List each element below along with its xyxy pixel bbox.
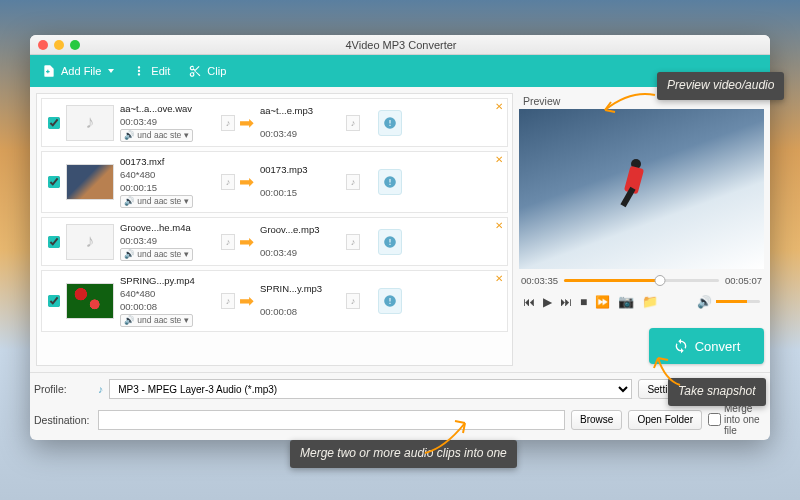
bottom-bar: Profile: ♪ MP3 - MPEG Layer-3 Audio (*.m… [30,372,770,440]
audio-track-select[interactable]: 🔊 und aac ste ▾ [120,129,193,142]
snapshot-button[interactable]: 📷 [618,294,634,309]
source-type-icon: ♪ [221,234,235,250]
audio-track-select[interactable]: 🔊 und aac ste ▾ [120,314,193,327]
minimize-window-button[interactable] [54,40,64,50]
row-checkbox[interactable] [48,295,60,307]
arrow-cell: ♪➡ [221,290,254,312]
audio-track-select[interactable]: 🔊 und aac ste ▾ [120,195,193,208]
source-dimensions: 640*480 [120,288,215,301]
output-meta: 00173.mp300:00:15 [260,164,340,200]
source-filename: 00173.mxf [120,156,215,169]
browse-button[interactable]: Browse [571,410,622,430]
arrow-icon: ➡ [239,112,254,134]
add-file-icon [42,64,56,78]
edit-button[interactable]: Edit [132,64,170,78]
edit-icon [132,64,146,78]
file-row[interactable]: ♪aa~t..a...ove.wav00:03:49🔊 und aac ste … [41,98,508,147]
arrow-icon: ➡ [239,231,254,253]
file-row[interactable]: 00173.mxf640*48000:00:15🔊 und aac ste ▾♪… [41,151,508,213]
arrow-icon: ➡ [239,171,254,193]
time-current: 00:03:35 [521,275,558,286]
row-checkbox[interactable] [48,236,60,248]
speaker-icon: 🔊 [697,295,712,309]
play-button[interactable]: ▶ [543,295,552,309]
merge-checkbox-wrap[interactable]: Merge into one file [708,403,766,436]
volume-control: 🔊 [697,295,760,309]
output-filename: aa~t...e.mp3 [260,105,340,118]
zoom-window-button[interactable] [70,40,80,50]
right-panel: Preview 00:03:35 00:05:07 ⏮ ▶ ⏭ ■ ⏩ 📷 📁 … [519,93,764,366]
profile-select[interactable]: MP3 - MPEG Layer-3 Audio (*.mp3) [109,379,632,399]
next-button[interactable]: ⏭ [560,295,572,309]
left-panel: ♪aa~t..a...ove.wav00:03:49🔊 und aac ste … [36,93,513,366]
volume-slider[interactable] [716,300,760,303]
titlebar: 4Video MP3 Converter [30,35,770,55]
format-button[interactable] [378,169,402,195]
callout-snapshot: Take snapshot [668,378,766,406]
thumbnail [66,164,114,200]
source-meta: Groove...he.m4a00:03:49🔊 und aac ste ▾ [120,222,215,261]
preview-pane[interactable] [519,109,764,269]
destination-input[interactable] [98,410,565,430]
source-filename: aa~t..a...ove.wav [120,103,215,116]
output-meta: aa~t...e.mp300:03:49 [260,105,340,141]
seek-slider[interactable] [564,279,719,282]
output-filename: SPRIN...y.mp3 [260,283,340,296]
close-window-button[interactable] [38,40,48,50]
remove-row-button[interactable]: ✕ [495,273,503,284]
callout-preview: Preview video/audio [657,72,784,100]
output-filename: 00173.mp3 [260,164,340,177]
playback-controls: ⏮ ▶ ⏭ ■ ⏩ 📷 📁 🔊 [519,292,764,311]
source-duration: 00:00:08 [120,301,215,314]
output-duration: 00:00:15 [260,187,340,200]
row-checkbox[interactable] [48,117,60,129]
content-area: ♪aa~t..a...ove.wav00:03:49🔊 und aac ste … [30,87,770,372]
open-snapshot-folder-button[interactable]: 📁 [642,294,658,309]
audio-track-select[interactable]: 🔊 und aac ste ▾ [120,248,193,261]
source-duration: 00:03:49 [120,116,215,129]
file-row[interactable]: SPRING...py.mp4640*48000:00:08🔊 und aac … [41,270,508,332]
scissors-icon [188,64,202,78]
thumbnail: ♪ [66,224,114,260]
format-button[interactable] [378,229,402,255]
arrow-cell: ♪➡ [221,171,254,193]
format-button[interactable] [378,288,402,314]
format-button[interactable] [378,110,402,136]
arrow-cell: ♪➡ [221,231,254,253]
callout-merge: Merge two or more audio clips into one [290,440,517,468]
merge-checkbox[interactable] [708,413,721,426]
source-dimensions: 640*480 [120,169,215,182]
source-type-icon: ♪ [221,174,235,190]
step-button[interactable]: ⏩ [595,295,610,309]
remove-row-button[interactable]: ✕ [495,154,503,165]
merge-checkbox-label: Merge into one file [724,403,766,436]
dropdown-caret-icon [108,69,114,73]
add-file-button[interactable]: Add File [42,64,114,78]
source-meta: aa~t..a...ove.wav00:03:49🔊 und aac ste ▾ [120,103,215,142]
edit-label: Edit [151,65,170,77]
source-filename: SPRING...py.mp4 [120,275,215,288]
convert-label: Convert [695,339,741,354]
timeline: 00:03:35 00:05:07 [519,269,764,292]
output-type-icon: ♪ [346,115,360,131]
output-meta: SPRIN...y.mp300:00:08 [260,283,340,319]
prev-button[interactable]: ⏮ [523,295,535,309]
output-duration: 00:03:49 [260,247,340,260]
file-row[interactable]: ♪Groove...he.m4a00:03:49🔊 und aac ste ▾♪… [41,217,508,266]
source-meta: 00173.mxf640*48000:00:15🔊 und aac ste ▾ [120,156,215,208]
output-duration: 00:03:49 [260,128,340,141]
profile-label: Profile: [34,383,92,395]
stop-button[interactable]: ■ [580,295,587,309]
clip-button[interactable]: Clip [188,64,226,78]
source-filename: Groove...he.m4a [120,222,215,235]
remove-row-button[interactable]: ✕ [495,101,503,112]
open-folder-button[interactable]: Open Folder [628,410,702,430]
remove-row-button[interactable]: ✕ [495,220,503,231]
row-checkbox[interactable] [48,176,60,188]
output-meta: Groov...e.mp300:03:49 [260,224,340,260]
add-file-label: Add File [61,65,101,77]
convert-button[interactable]: Convert [649,328,764,364]
thumbnail: ♪ [66,105,114,141]
source-duration: 00:00:15 [120,182,215,195]
thumbnail [66,283,114,319]
